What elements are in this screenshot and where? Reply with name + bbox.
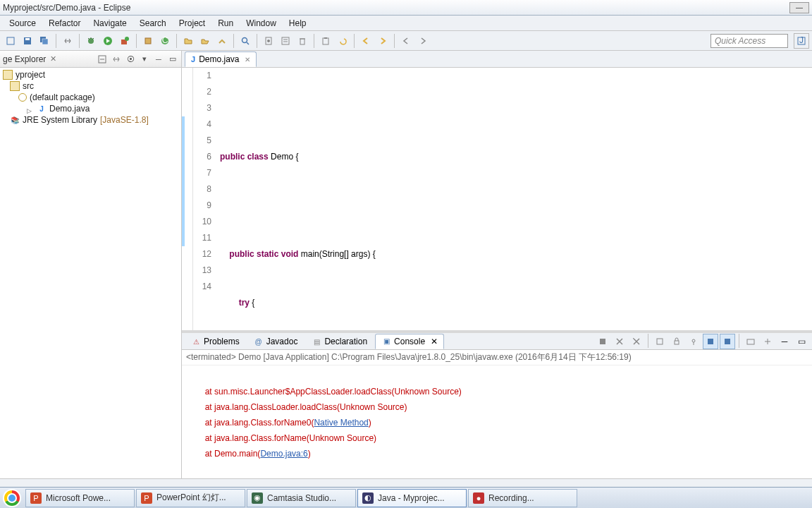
window-title: Myproject/src/Demo.java - Eclipse (3, 3, 130, 13)
svg-rect-22 (324, 37, 327, 39)
windows-taskbar: PMicrosoft Powe... PPowerPoint 幻灯... ◉Ca… (0, 487, 812, 508)
task-camtasia[interactable]: ◉Camtasia Studio... (247, 489, 356, 507)
svg-point-15 (267, 40, 270, 42)
quick-access-input[interactable]: Quick Access (710, 34, 788, 48)
tree-project[interactable]: yproject (3, 69, 178, 80)
close-icon[interactable]: ✕ (50, 54, 56, 64)
svg-rect-28 (657, 339, 663, 344)
svg-rect-9 (145, 38, 151, 44)
tree-src[interactable]: src (3, 80, 178, 92)
new-package-icon[interactable] (140, 33, 156, 49)
view-menu-icon[interactable]: ▾ (139, 54, 150, 65)
terminate-icon[interactable] (595, 334, 610, 349)
svg-rect-2 (25, 38, 30, 40)
svg-rect-21 (323, 38, 328, 44)
menu-bar: Source Refactor Navigate Search Project … (0, 16, 812, 31)
display-selected-icon[interactable] (703, 334, 718, 349)
tab-console[interactable]: ▣Console✕ (375, 334, 444, 349)
trash-icon[interactable] (295, 33, 310, 49)
java-perspective-icon[interactable]: J (794, 33, 809, 49)
task-powerpoint-1[interactable]: PMicrosoft Powe... (25, 489, 135, 507)
new-class-icon[interactable]: C (157, 33, 173, 49)
svg-point-12 (242, 37, 247, 42)
show-on-stdout-icon[interactable] (720, 334, 735, 349)
project-tree[interactable]: yproject src (default package) JDemo.jav… (0, 68, 181, 127)
maximize-bottom-icon[interactable]: ▭ (794, 334, 809, 349)
svg-point-8 (125, 37, 129, 41)
run-external-icon[interactable] (117, 33, 133, 49)
maximize-view-icon[interactable]: ▭ (167, 54, 178, 65)
menu-search[interactable]: Search (135, 17, 171, 30)
menu-navigate[interactable]: Navigate (88, 17, 131, 30)
tree-demo-java[interactable]: JDemo.java (3, 103, 178, 114)
open-task-icon[interactable] (214, 33, 230, 49)
tree-default-package[interactable]: (default package) (3, 92, 178, 103)
next-annotation-icon[interactable] (415, 33, 431, 49)
code-area[interactable]: public class Demo { public static void m… (216, 68, 812, 330)
link-editor-icon[interactable] (111, 54, 122, 65)
code-editor[interactable]: 123 456 789 101112 1314 public class Dem… (182, 68, 812, 330)
forward-icon[interactable] (375, 33, 390, 49)
svg-rect-0 (7, 37, 14, 44)
minimize-bottom-icon[interactable]: ─ (777, 334, 792, 349)
menu-project[interactable]: Project (174, 17, 210, 30)
menu-source[interactable]: Source (4, 17, 41, 30)
bottom-panel: ⚠Problems @Javadoc ▤Declaration ▣Console… (182, 330, 812, 478)
chrome-icon[interactable] (3, 489, 21, 507)
menu-help[interactable]: Help (284, 17, 312, 30)
remove-all-icon[interactable] (629, 334, 644, 349)
new-icon[interactable] (3, 33, 18, 49)
collapse-all-icon[interactable] (97, 54, 108, 65)
task-eclipse[interactable]: ◐Java - Myprojec... (357, 489, 467, 507)
console-output[interactable]: at sun.misc.Launcher$AppClassLoader.load… (182, 365, 812, 478)
link-native-method[interactable]: Native Method (314, 418, 368, 428)
minimize-button[interactable] (789, 2, 809, 13)
svg-text:C: C (162, 36, 168, 45)
java-file-icon: J (191, 55, 195, 64)
link-icon[interactable] (60, 33, 75, 49)
menu-window[interactable]: Window (241, 17, 281, 30)
scroll-lock-icon[interactable] (669, 334, 684, 349)
toggle-mark-icon[interactable] (261, 33, 276, 49)
open-folder-icon[interactable] (180, 33, 196, 49)
menu-refactor[interactable]: Refactor (44, 17, 85, 30)
undo-icon[interactable] (335, 33, 350, 49)
paste-icon[interactable] (318, 33, 333, 49)
tab-javadoc[interactable]: @Javadoc (247, 334, 304, 349)
remove-launch-icon[interactable] (612, 334, 627, 349)
save-icon[interactable] (20, 33, 35, 49)
pin-console-icon[interactable] (686, 334, 701, 349)
open-type-icon[interactable] (197, 33, 213, 49)
save-all-icon[interactable] (37, 33, 52, 49)
status-bar (0, 478, 812, 487)
outline-icon[interactable] (278, 33, 293, 49)
run-icon[interactable] (100, 33, 116, 49)
explorer-title: ge Explorer (3, 54, 46, 64)
back-icon[interactable] (358, 33, 374, 49)
link-demo-java-6[interactable]: Demo.java:6 (260, 449, 307, 459)
clear-console-icon[interactable] (652, 334, 668, 349)
editor-tab-label: Demo.java (199, 54, 239, 64)
open-console-icon[interactable] (743, 334, 758, 349)
svg-rect-4 (42, 39, 48, 44)
editor-tab-demo[interactable]: J Demo.java ✕ (185, 52, 257, 67)
close-tab-icon[interactable]: ✕ (245, 56, 250, 64)
ruler (182, 68, 193, 330)
debug-icon[interactable] (83, 33, 99, 49)
tree-jre-library[interactable]: 📚JRE System Library [JavaSE-1.8] (3, 114, 178, 126)
menu-run[interactable]: Run (213, 17, 238, 30)
svg-rect-29 (675, 341, 679, 344)
prev-annotation-icon[interactable] (398, 33, 414, 49)
minimize-view-icon[interactable]: ─ (153, 54, 164, 65)
focus-icon[interactable]: ⦿ (125, 54, 136, 65)
close-console-icon[interactable]: ✕ (431, 337, 438, 346)
tab-declaration[interactable]: ▤Declaration (305, 334, 374, 349)
svg-point-30 (692, 339, 695, 342)
task-powerpoint-2[interactable]: PPowerPoint 幻灯... (136, 489, 245, 507)
new-console-icon[interactable] (760, 334, 775, 349)
svg-rect-27 (600, 339, 605, 344)
tab-problems[interactable]: ⚠Problems (185, 334, 246, 349)
task-recording[interactable]: ●Recording... (468, 489, 577, 507)
search-icon[interactable] (238, 33, 253, 49)
main-toolbar: C Quick Access J (0, 31, 812, 51)
